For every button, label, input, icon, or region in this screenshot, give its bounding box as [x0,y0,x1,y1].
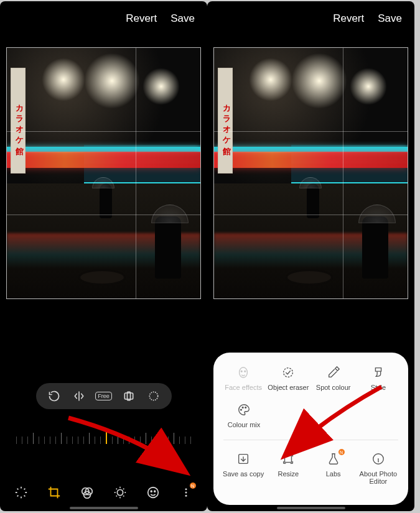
svg-point-19 [245,407,246,408]
svg-point-9 [154,491,156,492]
editor-header: Revert Save [0,1,207,36]
brush-icon [371,365,386,380]
label: Spot colour [316,384,351,391]
new-badge: N [190,483,196,489]
phone-right: Revert Save カラオケ館 Face effects [207,1,414,511]
revert-button[interactable]: Revert [126,12,157,25]
stickers-icon[interactable] [144,484,162,501]
more-icon[interactable]: N [177,484,195,501]
photo-canvas[interactable]: カラオケ館 [6,47,201,299]
svg-point-8 [151,491,152,492]
labs-icon: N [326,451,341,466]
free-ratio-button[interactable]: Free [97,389,111,403]
label: Style [371,384,386,391]
crop-tools: Free [36,383,172,409]
resize-icon [281,451,296,466]
label: Colour mix [228,421,261,428]
eraser-icon [281,365,296,380]
divider [223,440,398,440]
palette-icon [236,402,251,417]
resize-button[interactable]: Resize [266,451,310,485]
revert-button[interactable]: Revert [333,12,364,25]
label: Object eraser [268,384,309,391]
label: Resize [278,470,299,478]
sheet-row: Colour mix [218,400,403,437]
svg-point-12 [185,495,187,497]
style-button[interactable]: Style [356,365,401,391]
face-effects-button: Face effects [221,365,266,391]
auto-enhance-icon[interactable] [12,484,30,501]
flip-icon[interactable] [72,389,86,403]
label: Labs [326,470,341,478]
editor-nav: N [0,484,207,501]
label: Face effects [225,384,262,391]
save-button[interactable]: Save [170,12,195,25]
vertical-sign: カラオケ館 [218,68,233,173]
annotation-arrow [62,412,199,486]
rotation-ruler[interactable] [12,427,195,444]
svg-point-10 [185,488,187,490]
crop-icon[interactable] [45,484,63,501]
eyedropper-icon [326,365,341,380]
filters-icon[interactable] [78,484,96,501]
face-icon [236,365,251,380]
info-icon [371,451,386,466]
object-eraser-button[interactable]: Object eraser [266,365,310,391]
save-copy-icon [236,451,251,466]
svg-point-16 [284,368,293,377]
save-button[interactable]: Save [378,12,402,25]
labs-button[interactable]: N Labs [311,451,356,485]
phone-left: Revert Save カラオケ館 Free [0,1,207,511]
svg-point-14 [241,371,242,372]
svg-point-15 [245,371,246,372]
spot-colour-button[interactable]: Spot colour [311,365,356,391]
svg-point-18 [242,407,243,408]
editor-header: Revert Save [207,1,414,36]
label: Save as copy [223,470,264,478]
sheet-row: Face effects Object eraser Spot colour S… [218,363,403,400]
svg-point-13 [240,367,248,378]
svg-point-17 [241,409,242,410]
new-badge: N [338,449,345,455]
svg-point-7 [147,488,158,498]
svg-point-2 [149,392,157,400]
more-options-sheet: Face effects Object eraser Spot colour S… [213,353,408,505]
gesture-bar [70,507,138,509]
perspective-icon[interactable] [147,389,161,403]
label: About Photo Editor [356,470,401,485]
vertical-sign: カラオケ館 [11,68,26,173]
svg-point-6 [117,489,123,495]
sheet-row: Save as copy Resize N Labs About Phot [218,449,403,494]
photo-canvas[interactable]: カラオケ館 [213,47,408,299]
rotate-icon[interactable] [47,389,61,403]
adjust-icon[interactable] [111,484,129,501]
about-button[interactable]: About Photo Editor [356,451,401,485]
gesture-bar [277,507,345,509]
aspect-icon[interactable] [122,389,136,403]
colour-mix-button[interactable]: Colour mix [221,402,267,428]
svg-point-11 [185,492,187,494]
svg-rect-0 [124,393,133,399]
save-as-copy-button[interactable]: Save as copy [221,451,266,485]
svg-rect-21 [285,456,292,463]
